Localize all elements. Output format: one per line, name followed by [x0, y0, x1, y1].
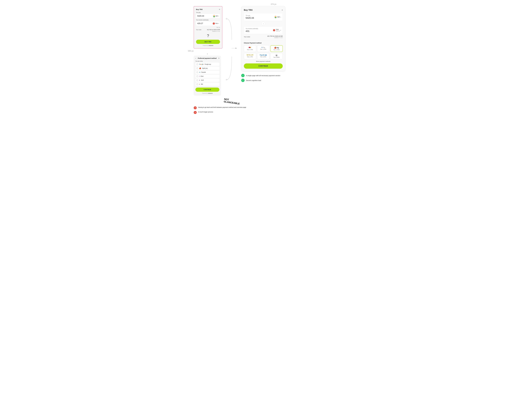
improved-order-value: 431 TRX for 5420.44 INR [267, 35, 283, 37]
chevron-down-icon: ▾ [218, 16, 219, 17]
updates-label: Updates in 2 sec [212, 31, 220, 32]
payment-header: ‹ Preferred payment method ≡ [195, 57, 219, 59]
paysafe-option[interactable]: ➜ Paysafe [195, 70, 219, 74]
paysafe-radio[interactable] [196, 71, 198, 73]
visa-name: VISA [245, 47, 255, 49]
improved-updates-label: Updates in 5 sec [267, 37, 283, 38]
arrow-down-icon: ↓ [194, 52, 221, 55]
ideal-icon: i [199, 76, 200, 77]
inr-currency[interactable]: INR ▾ [213, 15, 219, 17]
paysafe-payment-name: Paysafe ◆◆ [258, 54, 268, 56]
you-pay-label: You pay [196, 12, 220, 13]
check-icon-2: ✓ [241, 79, 245, 82]
neteller-fee: Fee: 1.75% [245, 56, 255, 57]
payment-grid-row1: VISA Fee: 1.75% G Pay Fee: 1.75% [244, 45, 283, 52]
trc20-label: TRC 20 [216, 27, 220, 28]
improved-you-pay-label: You pay [246, 15, 254, 16]
negatives-section: ✕ Having to go back and forth between pa… [194, 104, 330, 114]
improved-you-receive-box[interactable]: You receive (estimate) 431 T TRX TRC 20 … [244, 26, 283, 34]
improved-inr-chevron-icon: ▾ [280, 17, 281, 18]
neteller-name: NETELLER [245, 54, 255, 56]
trx-currency[interactable]: T TRX ▾ [213, 23, 219, 25]
ideal-option[interactable]: i iDeal [195, 75, 219, 78]
india-flag [213, 15, 215, 17]
paysafe-icon: ➜ [199, 71, 200, 73]
applepay-label: Apple pay [202, 68, 208, 69]
gpay-radio[interactable] [196, 63, 198, 65]
improved-widget-area: Buy TRX ≡ You pay 5420.44 INR ▾ [241, 6, 285, 84]
negative-text-1: Having to go back and forth between paym… [198, 106, 246, 109]
improved-header: Buy TRX ≡ [244, 9, 283, 11]
not-glanceable-annotation: NOT GLANCEABLE [224, 98, 240, 105]
improved-buy-trx-card: Buy TRX ≡ You pay 5420.44 INR ▾ [241, 6, 285, 71]
apple-icon: 🍎 [274, 47, 276, 49]
inr-label: INR [216, 15, 218, 17]
more-payment-methods-link[interactable]: More payment methods [244, 60, 283, 62]
paysafe-payment-card[interactable]: Paysafe ◆◆ Fee: 0.75% [257, 53, 270, 59]
improved-trx-currency[interactable]: T TRX TRC 20 ▾ [273, 29, 281, 32]
skrill-radio[interactable] [196, 79, 198, 81]
buy-trx-button[interactable]: BUY TRX [196, 40, 220, 44]
applepay-option[interactable]: 🍎 Apple pay [195, 67, 219, 70]
gpay-payment-card[interactable]: G Pay Fee: 1.75% [257, 45, 270, 52]
you-receive-input[interactable]: 429.27 T TRX ▾ [196, 21, 220, 26]
exchange-arrow-button[interactable]: ↓ [261, 22, 265, 26]
benefit-item-1: ✓ A single page with all necessary payme… [241, 74, 285, 77]
improved-hamburger-icon[interactable]: ≡ [282, 9, 283, 11]
bank-fee: Fee: 0.05% [271, 57, 281, 58]
payment-grid-row2: NETELLER Fee: 1.75% Paysafe ◆◆ Fee: 0.75… [244, 53, 283, 59]
you-pay-input[interactable]: 5420.44 INR ▾ [196, 14, 220, 18]
you-pay-using-label: You pay using [195, 60, 219, 62]
gpay-label: Google pay [205, 64, 211, 65]
improved-your-order-label: Your order [244, 36, 250, 38]
skrill-icon: S [199, 80, 200, 81]
payment-continue-button[interactable]: CONTINUE [195, 87, 219, 92]
applepay-payment-card[interactable]: 🍎 Pay Fee: 1.75% [271, 45, 283, 52]
trx-icon: T [213, 23, 215, 25]
gpay-option[interactable]: Google Google pay [195, 63, 219, 66]
ideal-label: iDeal [201, 76, 203, 77]
benefit-text-2: Decent cognitive load [246, 79, 261, 81]
ideal-radio[interactable] [196, 75, 198, 77]
update-row: Updates in 2 sec [196, 31, 220, 32]
your-order-label: Your order [196, 29, 201, 30]
height-dimension-label: 580 px [188, 50, 194, 52]
applepay-radio[interactable] [196, 68, 198, 69]
negative-item-1: ✕ Having to go back and forth between pa… [194, 106, 330, 109]
back-icon[interactable]: ‹ [195, 57, 196, 59]
improved-trc20-label: TRC 20 [276, 30, 280, 32]
pink-border-annotation: Buy TRX ≡ You pay 5420.44 INR ▾ You rece… [194, 6, 222, 48]
bank-payment-card[interactable]: 🏛 Fee: 0.05% [271, 53, 283, 59]
you-receive-value: 429.27 [197, 22, 203, 25]
applepay-fee: Fee: 1.75% [272, 49, 281, 50]
x-icon-2: ✕ [194, 111, 197, 114]
paysafe-fee: Fee: 0.75% [258, 56, 268, 57]
apple-logo-icon: 🍎 [199, 68, 201, 69]
connector-spacer [227, 6, 237, 101]
negative-item-2: ✕ A much longer process [194, 111, 330, 114]
neteller-payment-card[interactable]: NETELLER Fee: 1.75% [244, 53, 256, 59]
question-mark: ? [196, 34, 220, 38]
widget-title: Buy TRX [196, 9, 203, 10]
buy-trx-widget: Buy TRX ≡ You pay 5420.44 INR ▾ You rece… [194, 7, 222, 48]
improved-you-pay-box[interactable]: You pay 5420.44 INR ▾ [244, 13, 283, 21]
improved-you-receive-label: You receive (estimate) [246, 28, 258, 29]
visa-payment-card[interactable]: VISA Fee: 1.75% [244, 45, 256, 52]
payment-hamburger-icon[interactable]: ≡ [218, 57, 219, 59]
bank-icon: 🏛 [271, 54, 281, 57]
order-row: Your order 431 TRX for 5420.44 INR [196, 29, 220, 30]
benefits-section: ✓ A single page with all necessary payme… [241, 74, 285, 82]
payment-powered-by: Powered by rampnow [195, 93, 219, 94]
payment-method-widget: ‹ Preferred payment method ≡ You pay usi… [194, 56, 221, 95]
skrill-option[interactable]: S Skrill [195, 78, 219, 82]
order-value: 431 TRX for 5420.44 INR [207, 29, 220, 30]
hamburger-icon[interactable]: ≡ [219, 9, 220, 10]
visa-logo: VISA [248, 47, 252, 48]
improved-continue-button[interactable]: CONTINUE [244, 63, 283, 69]
benefit-item-2: ✓ Decent cognitive load [241, 79, 285, 82]
choose-payment-label: Choose Payment method [244, 42, 283, 44]
svg-text:VISA: VISA [249, 47, 251, 48]
improved-inr-currency[interactable]: INR ▾ [274, 16, 281, 18]
blik-radio[interactable] [196, 83, 198, 85]
blik-option[interactable]: b Blik [195, 83, 219, 86]
